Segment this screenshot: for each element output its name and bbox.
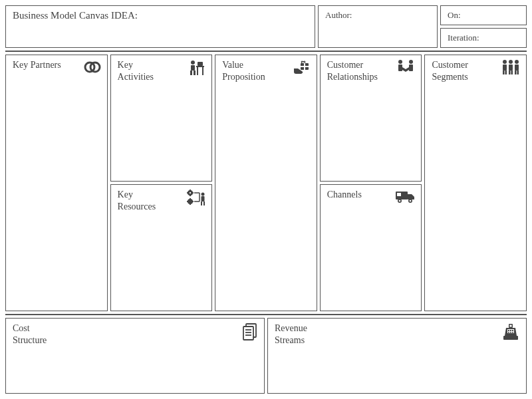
svg-point-34 xyxy=(509,60,513,64)
col-customer-segments: Customer Segments xyxy=(424,55,527,311)
people-icon xyxy=(501,59,521,75)
block-key-resources: Key Resources xyxy=(110,184,213,311)
meta-column: On: Iteration: xyxy=(440,5,527,48)
on-label: On: xyxy=(448,10,461,20)
truck-icon xyxy=(394,189,416,203)
header-row: Business Model Canvas IDEA: Author: On: … xyxy=(5,5,527,48)
canvas-title-box: Business Model Canvas IDEA: xyxy=(5,5,315,48)
svg-point-16 xyxy=(201,193,205,196)
svg-rect-42 xyxy=(511,70,513,74)
svg-rect-22 xyxy=(301,66,309,67)
iteration-box: Iteration: xyxy=(440,28,527,48)
author-label: Author: xyxy=(325,10,352,20)
svg-point-24 xyxy=(409,60,413,64)
svg-point-2 xyxy=(191,61,195,65)
svg-rect-57 xyxy=(512,332,513,333)
svg-rect-43 xyxy=(515,70,517,74)
svg-rect-36 xyxy=(503,65,507,70)
svg-rect-37 xyxy=(509,65,513,70)
svg-point-33 xyxy=(503,60,507,64)
svg-point-23 xyxy=(398,60,402,64)
svg-rect-41 xyxy=(509,70,511,74)
svg-rect-40 xyxy=(505,70,507,74)
svg-rect-17 xyxy=(201,196,205,201)
customer-segments-label: Customer Segments xyxy=(432,59,485,82)
svg-rect-11 xyxy=(190,192,191,194)
key-partners-label: Key Partners xyxy=(13,59,66,71)
revenue-streams-label: Revenue Streams xyxy=(275,323,328,346)
customer-relationships-label: Customer Relationships xyxy=(327,59,380,82)
svg-rect-28 xyxy=(397,193,401,196)
svg-rect-5 xyxy=(194,70,196,75)
svg-point-30 xyxy=(399,200,401,202)
handshake-icon xyxy=(396,59,416,75)
canvas-title-label: Business Model Canvas IDEA: xyxy=(13,10,138,21)
key-resources-label: Key Resources xyxy=(118,189,171,212)
block-revenue-streams: Revenue Streams xyxy=(267,318,527,394)
svg-rect-8 xyxy=(202,67,203,75)
svg-rect-25 xyxy=(398,65,402,71)
svg-rect-9 xyxy=(198,62,203,66)
col-activities-resources: Key Activities Key Resources xyxy=(110,55,213,311)
svg-rect-55 xyxy=(508,332,509,333)
desk-worker-icon xyxy=(188,59,206,76)
svg-rect-19 xyxy=(203,201,205,205)
svg-point-12 xyxy=(188,199,193,204)
on-box: On: xyxy=(440,5,527,25)
block-key-partners: Key Partners xyxy=(5,55,108,311)
svg-rect-38 xyxy=(515,65,519,70)
main-grid: Key Partners Key Activities Key Resource… xyxy=(5,51,527,311)
svg-rect-18 xyxy=(201,201,202,205)
svg-rect-54 xyxy=(512,330,513,331)
svg-rect-6 xyxy=(196,66,204,67)
block-customer-segments: Customer Segments xyxy=(424,55,527,311)
key-activities-label: Key Activities xyxy=(118,59,171,82)
org-cogs-icon xyxy=(186,189,206,206)
svg-rect-53 xyxy=(510,330,511,331)
svg-rect-46 xyxy=(243,327,253,340)
svg-point-35 xyxy=(515,60,519,64)
author-box: Author: xyxy=(318,5,438,48)
gift-hand-icon xyxy=(293,59,311,76)
col-relationships-channels: Customer Relationships Channels xyxy=(320,55,422,311)
col-key-partners: Key Partners xyxy=(5,55,108,311)
channels-label: Channels xyxy=(327,189,380,201)
iteration-label: Iteration: xyxy=(448,33,479,43)
rings-icon xyxy=(83,59,102,75)
svg-rect-52 xyxy=(508,330,509,331)
svg-rect-56 xyxy=(510,332,511,333)
value-proposition-label: Value Proposition xyxy=(222,59,275,82)
cash-register-icon xyxy=(501,323,521,341)
svg-rect-3 xyxy=(191,65,195,70)
block-key-activities: Key Activities xyxy=(110,55,213,182)
cost-structure-label: Cost Structure xyxy=(13,323,66,346)
svg-rect-26 xyxy=(409,65,413,71)
svg-rect-59 xyxy=(510,325,512,327)
business-model-canvas: Business Model Canvas IDEA: Author: On: … xyxy=(5,5,527,394)
col-value-proposition: Value Proposition xyxy=(215,55,317,311)
block-cost-structure: Cost Structure xyxy=(5,318,265,394)
footer-grid: Cost Structure Revenue Streams xyxy=(5,314,527,394)
svg-rect-44 xyxy=(517,70,519,74)
block-customer-relationships: Customer Relationships xyxy=(320,55,422,182)
svg-rect-39 xyxy=(503,70,505,74)
svg-rect-7 xyxy=(197,67,198,75)
block-value-proposition: Value Proposition xyxy=(215,55,317,311)
block-channels: Channels xyxy=(320,184,422,311)
documents-icon xyxy=(241,323,259,341)
svg-point-32 xyxy=(410,200,412,202)
svg-rect-4 xyxy=(190,70,192,75)
svg-rect-50 xyxy=(503,336,518,340)
